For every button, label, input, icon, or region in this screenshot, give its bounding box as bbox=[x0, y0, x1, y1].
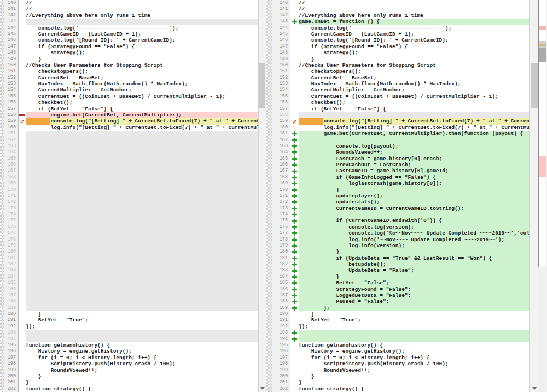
code-row[interactable]: 183 bbox=[4, 267, 258, 273]
code-row[interactable]: 193 bbox=[4, 330, 258, 336]
code-row[interactable]: 190 } bbox=[272, 311, 529, 317]
code-row[interactable]: 171 bbox=[4, 193, 258, 199]
code-row[interactable]: 161 game.bet(CurrentBet, CurrentMultipli… bbox=[272, 131, 529, 137]
code-row[interactable]: 141// bbox=[4, 6, 258, 12]
code-row[interactable]: 150//Checks User Parameters for Stopping… bbox=[4, 62, 258, 68]
diff-overview-panel[interactable] bbox=[538, 0, 546, 267]
right-scrollbar-thumb[interactable] bbox=[531, 63, 538, 108]
code-row[interactable]: 199 RoundsViewed++; bbox=[4, 367, 258, 373]
code-row[interactable]: 198 ScriptHistory.push(History.crash / 1… bbox=[272, 361, 529, 367]
right-scrollbar-down-button[interactable] bbox=[530, 384, 538, 392]
code-row[interactable]: 185 bbox=[4, 280, 258, 286]
code-row[interactable]: 178 bbox=[4, 237, 258, 243]
code-row[interactable]: 196 History = engine.getHistory(); bbox=[272, 348, 529, 354]
code-row[interactable]: 155 CurrentBet = ((CoinLost + BaseBet) /… bbox=[4, 93, 258, 100]
code-row[interactable]: 163 bbox=[4, 143, 258, 149]
code-row[interactable]: 167 LastGameID = game.history[0].gameId; bbox=[272, 168, 529, 174]
code-row[interactable]: 166 PrevCashOut = LastCrash; bbox=[272, 162, 529, 168]
code-row[interactable]: 167 bbox=[4, 168, 258, 174]
code-row[interactable]: 160 log.info("[Betting] " + CurrentBet.t… bbox=[272, 125, 529, 131]
code-row[interactable]: 165 bbox=[4, 156, 258, 162]
code-row[interactable]: 145 CurrentGameID = (LastGameID + 1); bbox=[4, 31, 258, 37]
code-row[interactable]: 156 checkbet(); bbox=[272, 100, 529, 106]
code-row[interactable]: 147 if (StrategyFound == "False") { bbox=[272, 44, 529, 50]
code-row[interactable]: 170 } bbox=[272, 187, 529, 193]
code-row[interactable]: 202function strategy() { bbox=[272, 386, 529, 392]
left-scrollbar-down-button[interactable] bbox=[259, 384, 266, 392]
code-row[interactable]: 191 BetYet = "True"; bbox=[272, 317, 529, 323]
code-row[interactable]: 166 bbox=[4, 162, 258, 168]
code-row[interactable]: 183 UpdateBets = "False"; bbox=[272, 267, 529, 273]
code-row[interactable]: 169 bbox=[4, 180, 258, 186]
code-row[interactable]: 173 bbox=[4, 206, 258, 212]
code-row[interactable]: 161 bbox=[4, 131, 258, 137]
code-row[interactable]: 169 loglastcrash(game.history[0]); bbox=[272, 180, 529, 186]
code-row[interactable]: 140// bbox=[272, 0, 529, 6]
code-row[interactable]: 168 if (GameInfoLogged == "False") { bbox=[272, 174, 529, 180]
right-file-pane[interactable]: 140//141//142//Everything above here onl… bbox=[272, 0, 529, 392]
code-row[interactable]: 148 strategy(); bbox=[272, 50, 529, 56]
code-row[interactable]: 140// bbox=[4, 0, 258, 6]
code-row[interactable]: 159≠ console.log("[Betting] " + CurrentB… bbox=[272, 118, 529, 124]
code-row[interactable]: 143game.onBet = function () { bbox=[272, 19, 529, 25]
diff-overview-map[interactable] bbox=[538, 0, 547, 392]
code-row[interactable]: 152 CurrentBet = BaseBet; bbox=[4, 75, 258, 81]
code-row[interactable]: 146 console.log('[Round ID]: ' + Current… bbox=[272, 37, 529, 43]
code-row[interactable]: 170 bbox=[4, 187, 258, 193]
code-row[interactable]: 162 bbox=[272, 137, 529, 143]
code-row[interactable]: 144 console.log(' ----------------------… bbox=[272, 25, 529, 31]
code-row[interactable]: 190 } bbox=[4, 311, 258, 317]
code-row[interactable]: 146 console.log('[Round ID]: ' + Current… bbox=[4, 37, 258, 43]
code-row[interactable]: 165 LastCrash = game.history[0].crash; bbox=[272, 156, 529, 162]
code-row[interactable]: 179 bbox=[4, 243, 258, 249]
code-row[interactable]: 157 if (BetYet == "False") { bbox=[4, 106, 258, 112]
code-row[interactable]: 199 RoundsViewed++; bbox=[272, 367, 529, 373]
code-row[interactable]: 175 if (CurrentGameID.endsWith('0')) { bbox=[272, 218, 529, 224]
code-row[interactable]: 154 CurrentMultiplier = GetNumber; bbox=[4, 87, 258, 93]
code-row[interactable]: 202function strategy() { bbox=[4, 386, 258, 392]
code-row[interactable]: 151 checkstoppers(); bbox=[4, 68, 258, 74]
left-file-pane[interactable]: 140//141//142//Everything above here onl… bbox=[4, 0, 258, 392]
code-row[interactable]: 164 RoundsViewed++; bbox=[272, 149, 529, 155]
code-row[interactable]: 189 bbox=[4, 305, 258, 311]
code-row[interactable]: 156 checkbet(); bbox=[4, 100, 258, 106]
code-row[interactable]: 189 }; bbox=[272, 305, 529, 311]
code-row[interactable]: 163 console.log(payout); bbox=[272, 143, 529, 149]
code-row[interactable]: 201} bbox=[4, 379, 258, 385]
code-row[interactable]: 142//Everything above here only runs 1 t… bbox=[272, 13, 529, 19]
code-row[interactable]: 185 BetYet = "False"; bbox=[272, 280, 529, 286]
code-row[interactable]: 188 bbox=[4, 299, 258, 305]
code-row[interactable]: 155 CurrentBet = ((CoinLost + BaseBet) /… bbox=[272, 93, 529, 100]
code-row[interactable]: 176 console.log(version); bbox=[272, 224, 529, 230]
code-row[interactable]: 149 } bbox=[4, 56, 258, 62]
code-row[interactable]: 181 if (UpdateBets == "True" && LastResu… bbox=[272, 255, 529, 261]
code-row[interactable]: 159≠ console.log("[Betting] " + CurrentB… bbox=[4, 118, 258, 124]
code-row[interactable]: 193 bbox=[272, 330, 529, 336]
code-row[interactable]: 174 bbox=[4, 212, 258, 218]
code-row[interactable]: 194 bbox=[272, 336, 529, 342]
code-row[interactable]: 184 bbox=[4, 274, 258, 280]
code-row[interactable]: 197 for (i = 0; i < History.length; i++)… bbox=[272, 355, 529, 361]
code-row[interactable]: 182 bbox=[4, 261, 258, 267]
code-row[interactable]: 151 checkstoppers(); bbox=[272, 68, 529, 74]
code-row[interactable]: 153 MaxIndex = Math.floor(Math.random() … bbox=[4, 81, 258, 87]
code-row[interactable]: 188 Paused = "False"; bbox=[272, 299, 529, 305]
left-scrollbar-thumb[interactable] bbox=[259, 63, 265, 108]
left-vertical-scrollbar[interactable] bbox=[258, 0, 266, 392]
code-row[interactable]: 182 betupdate(); bbox=[272, 261, 529, 267]
code-row[interactable]: 195function getnanohistory() { bbox=[4, 342, 258, 348]
code-row[interactable]: 142//Everything above here only runs 1 t… bbox=[4, 13, 258, 19]
code-row[interactable]: 157 if (BetYet == "False") { bbox=[272, 106, 529, 112]
code-row[interactable]: 150//Checks User Parameters for Stopping… bbox=[272, 62, 529, 68]
code-row[interactable]: 168 bbox=[4, 174, 258, 180]
code-row[interactable]: 158 engine.bet(CurrentBet, CurrentMultip… bbox=[4, 112, 258, 118]
code-row[interactable]: 180 bbox=[4, 249, 258, 255]
code-row[interactable]: 162 bbox=[4, 137, 258, 143]
code-row[interactable]: 172 bbox=[4, 199, 258, 205]
code-row[interactable]: 145 CurrentGameID = (LastGameID + 1); bbox=[272, 31, 529, 37]
code-row[interactable]: 200 } bbox=[272, 373, 529, 379]
code-row[interactable]: 184 } bbox=[272, 274, 529, 280]
code-row[interactable]: 153 MaxIndex = Math.floor(Math.random() … bbox=[272, 81, 529, 87]
code-row[interactable]: 177 bbox=[4, 230, 258, 236]
code-row[interactable]: 172 updatestats(); bbox=[272, 199, 529, 205]
